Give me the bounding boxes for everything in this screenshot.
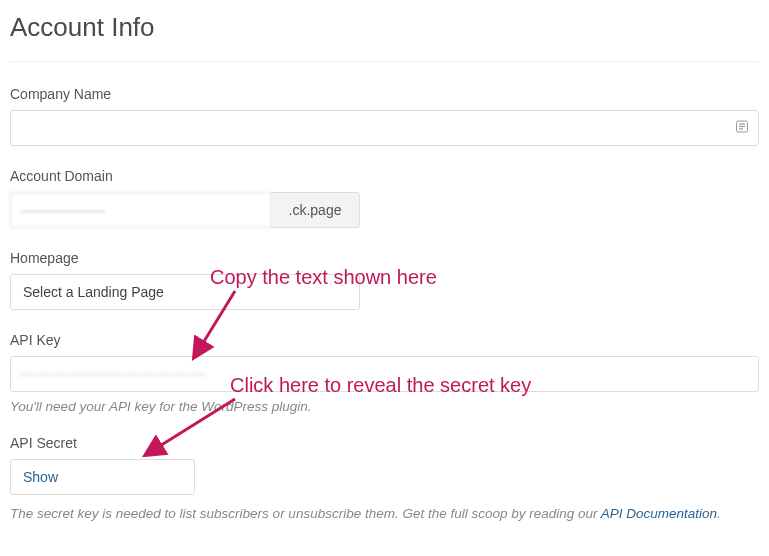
- domain-suffix: .ck.page: [270, 192, 360, 228]
- api-documentation-link[interactable]: API Documentation: [601, 506, 717, 521]
- show-secret-button[interactable]: Show: [10, 459, 195, 495]
- api-key-label: API Key: [10, 332, 759, 348]
- api-key-help: You'll need your API key for the WordPre…: [10, 398, 759, 417]
- company-name-label: Company Name: [10, 86, 759, 102]
- homepage-select[interactable]: Select a Landing Page: [10, 274, 360, 310]
- api-secret-help: The secret key is needed to list subscri…: [10, 505, 759, 524]
- page-title: Account Info: [10, 12, 759, 43]
- divider: [10, 61, 759, 62]
- account-domain-input[interactable]: [10, 192, 270, 228]
- account-domain-label: Account Domain: [10, 168, 759, 184]
- api-secret-label: API Secret: [10, 435, 759, 451]
- homepage-label: Homepage: [10, 250, 759, 266]
- api-key-value-blurred: ———————————: [20, 365, 207, 383]
- company-name-input[interactable]: [10, 110, 759, 146]
